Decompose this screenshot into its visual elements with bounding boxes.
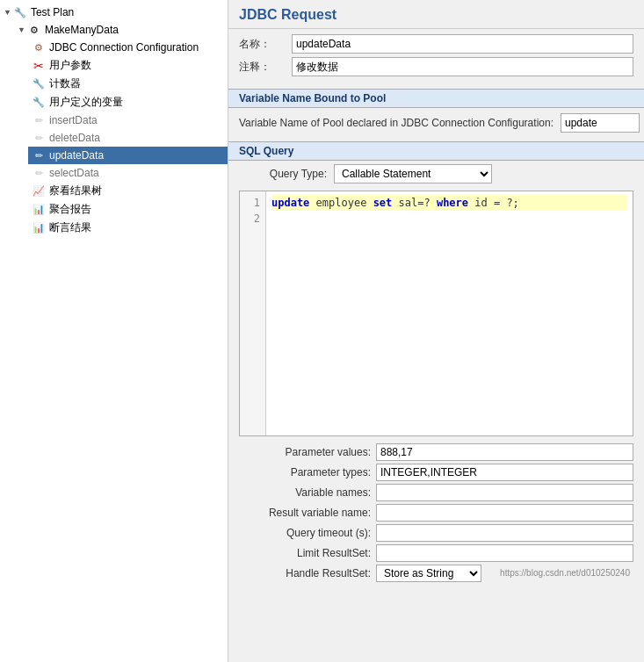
query-type-label: Query Type:	[239, 168, 327, 180]
handle-resultset-row: Handle ResultSet: Store as StringStore a…	[239, 565, 633, 582]
expand-arrow2: ▼	[18, 25, 25, 34]
sidebar-item-timer[interactable]: 🔧 计数器	[28, 75, 228, 93]
panel-title: JDBC Request	[228, 0, 644, 29]
line-number-1: 1	[245, 195, 260, 211]
line-numbers: 1 2	[240, 191, 266, 435]
param-values-label: Parameter values:	[239, 446, 371, 458]
code-line-2	[271, 211, 627, 227]
pool-section: Variable Name of Pool declared in JDBC C…	[228, 108, 644, 138]
sidebar-item-label: 用户定义的变量	[49, 95, 123, 110]
code-set-clause: sal=?	[399, 197, 437, 209]
handle-resultset-label: Handle ResultSet:	[239, 567, 371, 579]
query-timeout-input[interactable]	[376, 524, 633, 542]
result-var-input[interactable]	[376, 504, 633, 522]
name-label: 名称：	[239, 37, 292, 52]
view-icon: 📈	[32, 184, 46, 198]
sidebar-item-assert-result[interactable]: 📊 断言结果	[28, 219, 228, 237]
sidebar-item-label: 聚合报告	[49, 202, 91, 217]
limit-resultset-row: Limit ResultSet:	[239, 544, 633, 562]
keyword-update: update	[271, 197, 309, 209]
expand-arrow: ▼	[4, 8, 11, 17]
sidebar-item-label: 用户参数	[49, 58, 91, 73]
param-values-input[interactable]	[376, 443, 633, 461]
bottom-fields: Parameter values: Parameter types: Varia…	[228, 440, 644, 588]
result-var-label: Result variable name:	[239, 507, 371, 519]
code-content[interactable]: update employee set sal=? where id = ?;	[266, 191, 633, 435]
keyword-set: set	[373, 197, 393, 209]
variable-names-input[interactable]	[376, 484, 633, 501]
sidebar-item-view-results[interactable]: 📈 察看结果树	[28, 182, 228, 200]
sidebar-item-label: 断言结果	[49, 220, 91, 235]
jdbc-icon: ⚙	[32, 40, 46, 54]
sidebar-item-label: 察看结果树	[49, 183, 102, 198]
param-types-input[interactable]	[376, 464, 633, 481]
code-table: employee	[316, 197, 373, 209]
testplan-icon: 🔧	[13, 5, 27, 19]
variable-names-row: Variable names:	[239, 484, 633, 501]
sidebar-item-jdbc-connection[interactable]: ⚙ JDBC Connection Configuration	[28, 39, 228, 56]
update-icon: ✏	[32, 148, 46, 162]
param-values-row: Parameter values:	[239, 443, 633, 461]
pool-row: Variable Name of Pool declared in JDBC C…	[239, 113, 633, 133]
select-icon: ✏	[32, 166, 46, 180]
pool-input[interactable]	[561, 113, 640, 133]
sidebar-item-label: updateData	[49, 149, 104, 162]
aggregate-icon: 📊	[32, 203, 46, 217]
pool-label: Variable Name of Pool declared in JDBC C…	[239, 117, 554, 129]
sidebar-item-make-many-data[interactable]: ▼ ⚙ MakeManyData	[14, 21, 228, 39]
makedata-icon: ⚙	[27, 23, 41, 37]
query-type-select[interactable]: Select StatementUpdate StatementCallable…	[334, 164, 492, 183]
result-var-row: Result variable name:	[239, 504, 633, 522]
name-input[interactable]	[292, 34, 633, 54]
uservars-icon: 🔧	[32, 96, 46, 110]
sidebar-item-label: JDBC Connection Configuration	[49, 41, 199, 54]
query-timeout-label: Query timeout (s):	[239, 527, 371, 539]
code-where-clause: id = ?;	[474, 197, 519, 209]
sidebar-item-label: MakeManyData	[45, 24, 119, 36]
sidebar-item-label: 计数器	[49, 76, 81, 91]
assert-icon: 📊	[32, 221, 46, 235]
code-editor: 1 2 update employee set sal=? where id =…	[239, 191, 633, 436]
variable-name-section-header: Variable Name Bound to Pool	[228, 89, 644, 108]
name-row: 名称：	[239, 34, 633, 54]
limit-resultset-input[interactable]	[376, 544, 633, 562]
sidebar-item-label: deleteData	[49, 132, 100, 144]
watermark: https://blog.csdn.net/d010250240	[481, 568, 633, 579]
sidebar-item-user-vars[interactable]: 🔧 用户定义的变量	[28, 93, 228, 112]
comment-row: 注释：	[239, 57, 633, 76]
sidebar-item-insert-data[interactable]: ✏ insertData	[28, 112, 228, 129]
comment-label: 注释：	[239, 60, 292, 75]
limit-resultset-label: Limit ResultSet:	[239, 547, 371, 559]
sidebar-item-test-plan[interactable]: ▼ 🔧 Test Plan	[0, 4, 228, 21]
sql-query-section-header: SQL Query	[228, 141, 644, 161]
query-timeout-row: Query timeout (s):	[239, 524, 633, 542]
param-types-row: Parameter types:	[239, 464, 633, 481]
main-panel: JDBC Request 名称： 注释： Variable Name Bound…	[228, 0, 644, 662]
sidebar-item-label: insertData	[49, 114, 98, 126]
sidebar-item-delete-data[interactable]: ✏ deleteData	[28, 129, 228, 147]
line-number-2: 2	[245, 211, 260, 227]
sidebar-item-aggregate[interactable]: 📊 聚合报告	[28, 200, 228, 219]
handle-resultset-select[interactable]: Store as StringStore as ObjectCount Reco…	[376, 565, 481, 582]
timer-icon: 🔧	[32, 77, 46, 91]
keyword-where: where	[437, 197, 468, 209]
user-params-icon: ✂	[32, 59, 46, 73]
param-types-label: Parameter types:	[239, 466, 371, 479]
sidebar-item-label: Test Plan	[31, 6, 74, 18]
sidebar-item-user-params[interactable]: ✂ 用户参数	[28, 56, 228, 75]
name-section: 名称： 注释：	[228, 29, 644, 85]
insert-icon: ✏	[32, 113, 46, 127]
query-type-row: Query Type: Select StatementUpdate State…	[228, 161, 644, 187]
delete-icon: ✏	[32, 131, 46, 145]
comment-input[interactable]	[292, 57, 633, 76]
sidebar: ▼ 🔧 Test Plan ▼ ⚙ MakeManyData ⚙ JDBC Co…	[0, 0, 228, 662]
code-line-1: update employee set sal=? where id = ?;	[271, 195, 627, 211]
sidebar-item-select-data[interactable]: ✏ selectData	[28, 164, 228, 182]
sidebar-item-label: selectData	[49, 167, 99, 179]
variable-names-label: Variable names:	[239, 486, 371, 499]
sidebar-item-update-data[interactable]: ✏ updateData	[28, 147, 228, 164]
